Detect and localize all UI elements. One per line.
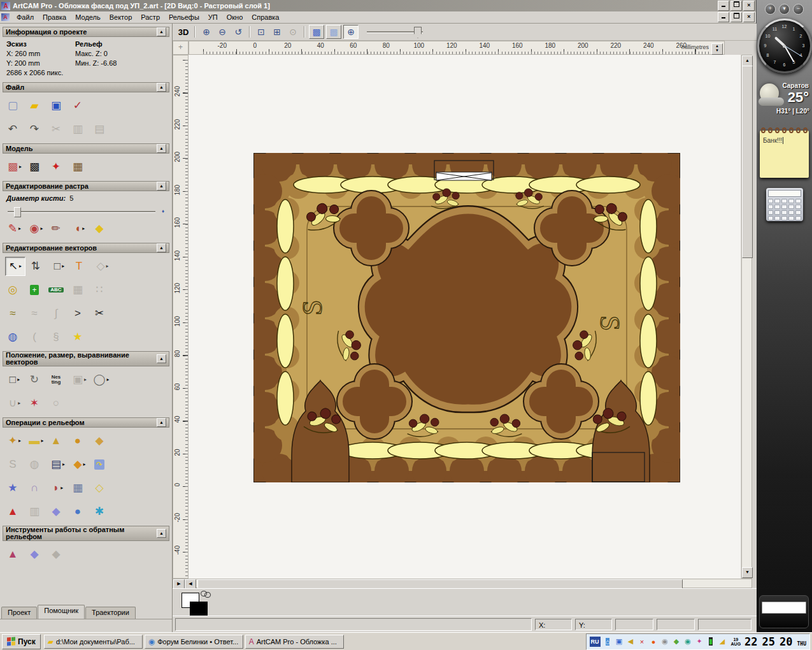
snap-points-icon[interactable]: ∷▸	[92, 281, 111, 299]
weave-wizard-icon[interactable]: ◍▸	[27, 456, 46, 473]
close-button[interactable]: ×	[743, 1, 755, 11]
restore-button[interactable]	[730, 1, 742, 11]
start-button[interactable]: Пуск	[2, 634, 41, 649]
colour-picker-icon[interactable]: ✏▸	[48, 220, 68, 238]
cut-icon[interactable]: ✂▸	[48, 120, 68, 138]
export-model-icon[interactable]: ✓▸	[70, 97, 89, 115]
inverse-relief-male-icon[interactable]: ▲▸	[5, 545, 24, 563]
offset-vector-icon[interactable]: (▸	[27, 328, 46, 346]
task-browser[interactable]: ◉Форум Белинки • Ответ...	[145, 635, 243, 649]
preview-bitmap-icon[interactable]: ▩▸	[5, 158, 24, 176]
tray-antivirus-icon[interactable]: ●	[649, 637, 659, 646]
tray-network-icon[interactable]: ▣	[615, 637, 624, 646]
polygon-tool-icon[interactable]: ◇▸	[93, 257, 112, 275]
inverse-relief-both-icon[interactable]: ◆▸	[48, 545, 68, 563]
zoom-fit-button[interactable]: ⊞	[270, 25, 284, 38]
child-restore-button[interactable]	[730, 12, 742, 22]
menu-vector[interactable]: Вектор	[105, 12, 137, 22]
zoom-objects-button[interactable]: ⊙	[286, 25, 300, 38]
mirror-vectors-icon[interactable]: ∪▸	[5, 394, 24, 412]
menu-edit[interactable]: Правка	[38, 12, 71, 22]
tray-agent-icon[interactable]: ✦	[695, 637, 704, 646]
menu-window[interactable]: Окно	[222, 12, 248, 22]
flood-select-icon[interactable]: ◆▸	[92, 220, 111, 238]
transform-vectors-icon[interactable]: ⇅▸	[28, 257, 47, 275]
node-edit-icon[interactable]: +▸	[27, 281, 46, 299]
smooth-relief-icon[interactable]: ▲▸	[48, 432, 68, 450]
slider-thumb[interactable]	[14, 207, 21, 217]
redo-icon[interactable]: ↷▸	[27, 120, 46, 138]
relief-from-bitmap-icon[interactable]: ▤▸	[48, 456, 68, 473]
emboss-relief-icon[interactable]: ∩▸	[27, 479, 46, 497]
measure-tool-icon[interactable]: ◎▸	[5, 281, 24, 299]
tab-project[interactable]: Проект	[1, 607, 37, 619]
menu-reliefs[interactable]: Рельефы	[164, 12, 204, 22]
flood-fill-icon[interactable]: ◉▸	[27, 220, 46, 238]
clock-gadget[interactable]: 121234567891011	[757, 18, 812, 73]
arrow-tool-icon[interactable]: >▸	[70, 305, 89, 322]
zoom-previous-button[interactable]: ↺	[231, 25, 245, 38]
vertical-scrollbar[interactable]: ▲ ▼	[741, 55, 752, 579]
zoom-slider-thumb[interactable]	[414, 27, 422, 38]
collapse-button[interactable]: ▲	[157, 529, 166, 538]
rectangle-tool-icon[interactable]: □▸	[50, 257, 69, 275]
tray-switcher-icon[interactable]: ◉	[683, 637, 693, 646]
vector-doctor-icon[interactable]: ◍▸	[5, 328, 24, 346]
language-indicator[interactable]: RU	[590, 637, 601, 647]
design-artwork[interactable]: S S	[253, 153, 680, 482]
select-vectors-icon[interactable]: ↖▸	[5, 257, 25, 276]
add-plane-icon[interactable]: ▬▸	[27, 432, 46, 450]
task-artcam[interactable]: AArtCAM Pro - Обложка ...	[245, 635, 344, 649]
menu-help[interactable]: Справка	[247, 12, 283, 22]
distort-relief-icon[interactable]: ▥▸	[27, 503, 46, 521]
pan-right-button[interactable]: ▶	[173, 579, 185, 589]
collapse-button[interactable]: ▲	[157, 243, 166, 252]
mesh-tool-icon[interactable]: ▦▸	[70, 281, 89, 299]
menu-up[interactable]: УП	[204, 12, 222, 22]
shape-editor-icon[interactable]: ✦▸	[5, 432, 24, 450]
ruler-scroll-button[interactable]: ▲▼	[711, 43, 723, 55]
cone-relief-icon[interactable]: ▲▸	[5, 503, 24, 521]
palette-icon[interactable]: ◖▸	[70, 220, 89, 238]
brush-diameter-slider[interactable]: ♦	[8, 207, 164, 216]
lighting-material-icon[interactable]: ✦▸	[48, 158, 68, 176]
google-search-gadget[interactable]	[759, 595, 809, 628]
texture-relief-icon[interactable]: ▦▸	[70, 479, 89, 497]
document-icon[interactable]: A	[1, 13, 10, 21]
tray-tools-icon[interactable]: ◢	[718, 637, 727, 646]
tray-net-error-icon[interactable]: ×	[637, 637, 647, 646]
distort-vectors-icon[interactable]: ✶▸	[27, 394, 46, 412]
collapse-button[interactable]: ▲	[157, 418, 166, 427]
text-block-icon[interactable]: ABC▸	[48, 281, 68, 299]
weld-vectors-icon[interactable]: ◯▸	[92, 371, 111, 389]
link-colours-icon[interactable]	[201, 591, 212, 597]
new-model-icon[interactable]: ▢▸	[5, 97, 24, 115]
scroll-down-button[interactable]: ▼	[742, 567, 753, 578]
save-model-icon[interactable]: ▣▸	[48, 97, 68, 115]
star-relief-icon[interactable]: ★▸	[5, 479, 24, 497]
zoom-out-button[interactable]: ⊖	[215, 25, 229, 38]
sidebar-options-button[interactable]: ▾	[779, 4, 790, 15]
open-model-icon[interactable]: ▰▸	[27, 97, 46, 115]
group-vectors-icon[interactable]: ▣▸	[70, 371, 89, 389]
collapse-button[interactable]: ▲	[157, 354, 166, 363]
menu-raster[interactable]: Растр	[136, 12, 164, 22]
menu-model[interactable]: Модель	[71, 12, 104, 22]
text-on-curve-icon[interactable]: ↻▸	[27, 371, 46, 389]
polyline-tool-icon[interactable]: ≈▸	[5, 305, 24, 322]
text-tool-icon[interactable]: T▸	[71, 257, 90, 275]
vertical-scroll-thumb[interactable]	[742, 66, 753, 258]
menu-file[interactable]: Файл	[12, 12, 38, 22]
tray-volume-icon[interactable]: ◀	[626, 637, 636, 646]
tray-homegroup-icon[interactable]: ⌂	[603, 637, 613, 646]
secondary-colour-swatch[interactable]	[190, 602, 208, 617]
calculator-keys[interactable]	[768, 199, 801, 220]
wrap-relief-icon[interactable]: ↷▸	[92, 456, 111, 473]
zoom-slider[interactable]	[367, 26, 423, 38]
minimize-button[interactable]	[718, 1, 729, 11]
inverse-relief-female-icon[interactable]: ◆▸	[27, 545, 46, 563]
pillow-relief-icon[interactable]: ◆▸	[48, 503, 68, 521]
paste-icon[interactable]: ▤▸	[92, 120, 111, 138]
scroll-up-button[interactable]: ▲	[742, 55, 753, 66]
view-3d-button[interactable]: 3D	[176, 25, 190, 38]
